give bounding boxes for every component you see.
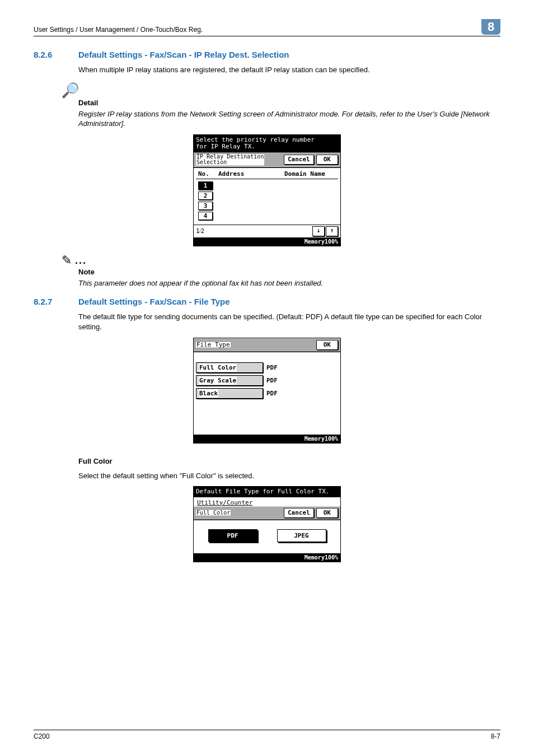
row-value: PDF bbox=[266, 364, 278, 371]
note-block: ✎ ... Note This parameter does not appea… bbox=[62, 254, 500, 288]
section-heading: 8.2.6 Default Settings - Fax/Scan - IP R… bbox=[34, 50, 500, 59]
page-indicator: 1⁄2 bbox=[196, 227, 204, 235]
file-type-panel: File Type OK Full Color PDF Gray Scale P… bbox=[193, 338, 341, 444]
option-pdf[interactable]: PDF bbox=[208, 529, 257, 542]
section-intro: The default file type for sending docume… bbox=[78, 312, 500, 332]
section-8-2-7: 8.2.7 Default Settings - Fax/Scan - File… bbox=[34, 297, 500, 562]
cancel-button[interactable]: Cancel bbox=[284, 155, 314, 165]
note-text: This parameter does not appear if the op… bbox=[78, 278, 500, 288]
note-label: Note bbox=[78, 268, 500, 276]
panel-sub-label: IP Relay Destination Selection bbox=[196, 154, 264, 166]
col-domain: Domain Name bbox=[284, 170, 338, 178]
detail-block: 🔍 Detail Register IP relay stations from… bbox=[62, 83, 500, 129]
detail-label: Detail bbox=[78, 99, 500, 107]
memory-indicator: Memory100% bbox=[194, 435, 340, 443]
row-number-1[interactable]: 1 bbox=[198, 181, 213, 190]
memory-indicator: Memory100% bbox=[194, 237, 340, 246]
col-no: No. bbox=[196, 170, 218, 178]
magnifier-icon: 🔍 bbox=[62, 83, 79, 97]
file-type-row-gray-scale[interactable]: Gray Scale PDF bbox=[196, 375, 338, 386]
full-color-panel: Default File Type for Full Color TX. Uti… bbox=[193, 486, 341, 562]
column-headers: No. Address Domain Name bbox=[196, 169, 338, 179]
section-8-2-6: 8.2.6 Default Settings - Fax/Scan - IP R… bbox=[34, 50, 500, 288]
row-label: Full Color bbox=[199, 364, 237, 371]
panel-titlebar: File Type OK bbox=[194, 338, 340, 352]
file-type-row-full-color[interactable]: Full Color PDF bbox=[196, 362, 338, 373]
ok-button[interactable]: OK bbox=[316, 508, 338, 518]
section-intro: When multiple IP relay stations are regi… bbox=[78, 65, 500, 75]
page-footer: C200 8-7 bbox=[34, 730, 500, 740]
row-number-4[interactable]: 4 bbox=[198, 212, 213, 220]
page-header: User Settings / User Management / One-To… bbox=[34, 22, 500, 36]
ok-button[interactable]: OK bbox=[316, 155, 338, 165]
memory-indicator: Memory100% bbox=[194, 553, 340, 562]
panel-title: Default File Type for Full Color TX. bbox=[194, 487, 340, 497]
col-address: Address bbox=[218, 170, 284, 178]
full-color-intro: Select the default setting when "Full Co… bbox=[78, 471, 500, 481]
ip-relay-panel: Select the priority relay number for IP … bbox=[193, 134, 341, 246]
row-number-3[interactable]: 3 bbox=[198, 202, 213, 210]
panel-breadcrumb-row: Utility/Counter bbox=[194, 497, 340, 506]
detail-text: Register IP relay stations from the Netw… bbox=[78, 109, 500, 129]
footer-model: C200 bbox=[34, 732, 50, 740]
row-number-2[interactable]: 2 bbox=[198, 192, 213, 200]
row-label: Black bbox=[199, 390, 218, 397]
footer-page: 8-7 bbox=[491, 732, 500, 740]
row-label: Gray Scale bbox=[199, 377, 237, 384]
panel-sub-label: Full Color bbox=[196, 510, 231, 516]
row-value: PDF bbox=[266, 390, 278, 397]
ellipsis-icon: ... bbox=[74, 255, 87, 267]
section-title: Default Settings - Fax/Scan - File Type bbox=[78, 297, 230, 306]
subheading-full-color: Full Color bbox=[78, 457, 500, 465]
page-down-button[interactable]: ↓ bbox=[312, 226, 325, 236]
section-number: 8.2.6 bbox=[34, 50, 78, 59]
section-number: 8.2.7 bbox=[34, 297, 78, 306]
pen-icon: ✎ bbox=[62, 254, 72, 267]
chapter-number-badge: 8 bbox=[481, 19, 500, 35]
page-nav: 1⁄2 ↓ ↑ bbox=[194, 225, 340, 237]
option-jpeg[interactable]: JPEG bbox=[277, 529, 326, 542]
panel-title: File Type bbox=[196, 342, 231, 348]
panel-subbar: Full Color Cancel OK bbox=[194, 506, 340, 520]
panel-title: Select the priority relay number for IP … bbox=[194, 135, 340, 152]
cancel-button[interactable]: Cancel bbox=[284, 508, 314, 518]
file-type-row-black[interactable]: Black PDF bbox=[196, 388, 338, 399]
page-up-button[interactable]: ↑ bbox=[326, 226, 338, 236]
row-value: PDF bbox=[266, 377, 278, 384]
section-heading: 8.2.7 Default Settings - Fax/Scan - File… bbox=[34, 297, 500, 306]
ok-button[interactable]: OK bbox=[316, 340, 338, 350]
panel-subbar: IP Relay Destination Selection Cancel OK bbox=[194, 152, 340, 168]
section-title: Default Settings - Fax/Scan - IP Relay D… bbox=[78, 50, 289, 59]
panel-breadcrumb: Utility/Counter bbox=[196, 499, 252, 506]
breadcrumb: User Settings / User Management / One-To… bbox=[34, 22, 203, 34]
